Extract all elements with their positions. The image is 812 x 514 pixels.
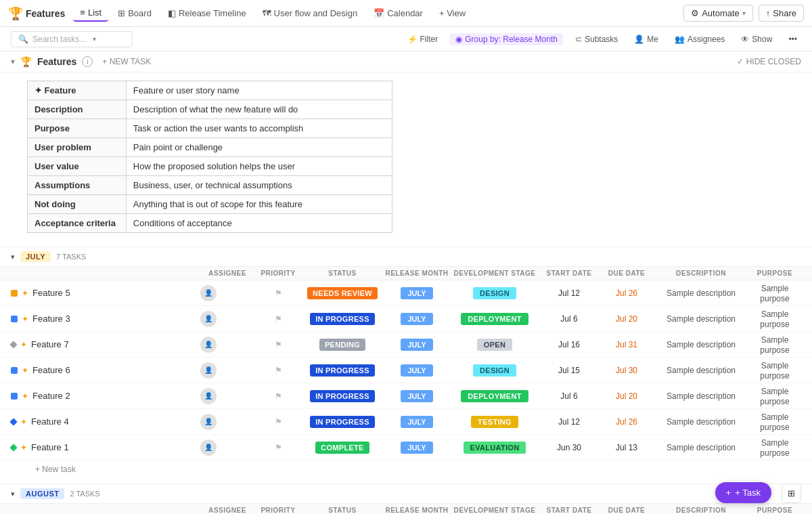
dev-stage-badge: TESTING [471,416,518,428]
status-badge: IN PROGRESS [310,416,375,428]
tab-board[interactable]: ⊞ Board [111,5,158,21]
tab-add-view[interactable]: + View [432,5,472,21]
due-date-text: Jul 20 [616,391,637,401]
task-dev-stage: EVALUATION [451,442,539,454]
group-by-button[interactable]: ◉ Group by: Release Month [450,33,563,45]
avatar: 👤 [200,414,217,430]
info-row-label: Description [28,100,127,119]
status-badge: IN PROGRESS [310,390,375,402]
task-color-dot [9,444,17,451]
due-date-text: Jul 26 [616,288,637,298]
share-button[interactable]: ↑ Share [759,5,804,22]
task-dev-stage: DEPLOYMENT [451,390,539,402]
col-purpose-aug: PURPOSE [748,507,801,514]
task-assignee: 👤 [200,285,254,301]
start-date-text: Jun 30 [557,443,581,452]
subtasks-button[interactable]: ⊂ Subtasks [571,33,622,45]
task-row[interactable]: ✦ Feature 3 👤 ⚑ IN PROGRESS JULY DEPLOYM… [0,306,812,332]
group-toggle-icon[interactable] [11,253,15,261]
new-task-row-july[interactable]: + New task [0,461,812,478]
section-toggle-icon[interactable]: ▾ [11,57,15,66]
group-label-august[interactable]: AUGUST [20,488,64,499]
group-august-toggle-icon[interactable] [11,490,15,498]
task-due-date: Jul 31 [600,339,654,349]
group-label-july[interactable]: JULY [20,251,51,262]
dev-stage-badge: DESIGN [473,364,516,377]
info-button[interactable]: i [82,56,93,67]
more-button[interactable]: ••• [784,33,801,45]
col-start-date-aug: START DATE [539,507,600,514]
task-purpose: Sample purpose [748,437,801,458]
release-badge: JULY [401,416,432,428]
task-name-cell: ✦ Feature 7 [11,339,200,349]
add-task-button[interactable]: + + Task [715,482,771,503]
task-label: Feature 4 [31,416,69,427]
show-button[interactable]: 👁 Show [737,33,776,45]
search-input[interactable]: 🔍 Search tasks... [11,31,133,47]
task-star-icon: ✦ [20,417,27,427]
description-text: Sample description [667,443,736,452]
purpose-text: Sample purpose [760,309,789,329]
avatar: 👤 [200,311,217,327]
start-date-text: Jul 12 [558,417,580,427]
task-due-date: Jul 26 [600,416,654,427]
automate-chevron-icon [742,9,746,17]
task-row[interactable]: ✦ Feature 2 👤 ⚑ IN PROGRESS JULY DEPLOYM… [0,383,812,409]
purpose-text: Sample purpose [760,284,789,303]
tab-calendar[interactable]: 📅 Calendar [367,5,430,21]
col-dev-stage: DEVELOPMENT STAGE [451,270,539,277]
nav-right: ⚙ Automate ↑ Share [683,5,804,22]
info-row-label: User value [28,157,127,176]
assignees-button[interactable]: 👥 Assignees [671,33,729,45]
col-purpose: PURPOSE [748,270,801,277]
task-dev-stage: TESTING [451,416,539,428]
info-table-row: ✦ FeatureFeature or user story name [28,81,392,100]
col-start-date: START DATE [539,270,600,277]
more-icon: ••• [788,35,797,44]
group-icon: ◉ [455,35,462,44]
task-label: Feature 5 [32,288,70,298]
task-name-cell: ✦ Feature 2 [11,391,200,401]
group-july: JULY 7 TASKS ASSIGNEE PRIORITY STATUS RE… [0,247,812,478]
task-status: IN PROGRESS [302,416,383,428]
info-row-value: Pain point or challenge [126,138,392,157]
filter-button[interactable]: ⚡ Filter [403,33,443,45]
task-name-cell: ✦ Feature 5 [11,288,200,298]
start-date-text: Jul 6 [560,314,577,324]
me-icon: 👤 [634,35,644,44]
task-description: Sample description [654,442,748,452]
purpose-text: Sample purpose [760,361,789,381]
release-badge: JULY [401,390,432,402]
info-row-value: Anything that is out of scope for this f… [126,195,392,214]
grid-view-button[interactable]: ⊞ [782,484,801,503]
task-dev-stage: DESIGN [451,287,539,299]
task-name-cell: ✦ Feature 3 [11,314,200,324]
content-area: ▾ 🏆 Features i + NEW TASK ✓ HIDE CLOSED … [0,51,812,514]
task-name-cell: ✦ Feature 6 [11,365,200,375]
tab-list[interactable]: ≡ List [73,5,108,22]
task-row[interactable]: ✦ Feature 7 👤 ⚑ PENDING JULY OPEN Jul 16… [0,332,812,358]
description-text: Sample description [667,288,736,298]
task-row[interactable]: ✦ Feature 1 👤 ⚑ COMPLETE JULY EVALUATION… [0,435,812,461]
col-release-month-aug: RELEASE MONTH [383,507,451,514]
task-row[interactable]: ✦ Feature 5 👤 ⚑ NEEDS REVIEW JULY DESIGN… [0,280,812,306]
app-icon: 🏆 [8,6,23,21]
task-priority: ⚑ [254,288,302,298]
task-start-date: Jul 15 [539,365,600,375]
tab-user-flow[interactable]: 🗺 User flow and Design [256,5,365,21]
info-row-label: User problem [28,138,127,157]
me-button[interactable]: 👤 Me [630,33,662,45]
automate-button[interactable]: ⚙ Automate [683,5,753,22]
task-status: IN PROGRESS [302,313,383,325]
task-label: Feature 7 [31,339,69,349]
task-row[interactable]: ✦ Feature 4 👤 ⚑ IN PROGRESS JULY TESTING… [0,409,812,435]
hide-closed-button[interactable]: ✓ HIDE CLOSED [737,57,801,66]
col-release-month: RELEASE MONTH [383,270,451,277]
task-row[interactable]: ✦ Feature 6 👤 ⚑ IN PROGRESS JULY DESIGN … [0,358,812,383]
task-priority: ⚑ [254,314,302,324]
tab-release-timeline[interactable]: ◧ Release Timeline [161,5,253,21]
new-task-button[interactable]: + NEW TASK [98,56,155,68]
task-purpose: Sample purpose [748,386,801,406]
col-priority-aug: PRIORITY [254,507,302,514]
task-status: PENDING [302,339,383,351]
